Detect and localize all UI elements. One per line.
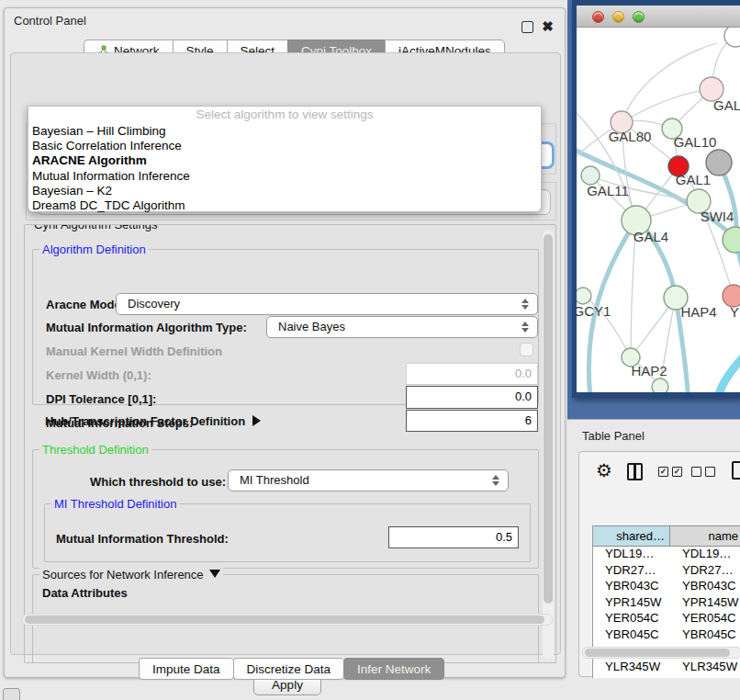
minimized-panel-button[interactable] [3, 688, 20, 700]
node-label: GAL1 [676, 172, 711, 187]
threshold-definition-group: Threshold Definition Which threshold to … [32, 449, 539, 569]
checked-box-icon: ✓ [672, 467, 682, 477]
sources-title-text: Sources for Network Inference [42, 568, 204, 581]
table-cell: YLR345W [605, 660, 677, 673]
table-cell: YBR043C [682, 579, 740, 593]
aracne-mode-combo[interactable]: Discovery [116, 293, 538, 315]
hub-definition-toggle[interactable]: Hub/Transcription Factor Definition [45, 414, 261, 428]
table-row[interactable]: YDR27…YDR27…12 [593, 563, 740, 580]
node-label: HAP4 [680, 304, 716, 320]
columns-icon[interactable] [627, 463, 643, 480]
aracne-mode-label: Aracne Mode: [46, 298, 125, 311]
table-cell: YER054C [605, 611, 677, 625]
table-row[interactable]: YIL052CYIL052C9 [593, 676, 740, 678]
select-all-checkboxes-icon[interactable]: ✓ ✓ [658, 467, 682, 477]
table-panel-body: ⚙ ✓ ✓ shared…nameYDL19…YDL19…13YDR27…YDR… [578, 451, 740, 677]
table-cell: YIL052C [682, 676, 740, 678]
kernel-width-label: Kernel Width (0,1): [46, 368, 151, 382]
which-threshold-label: Which threshold to use: [90, 475, 226, 489]
cyni-bottom-tabs: Impute DataDiscretize DataInfer Network [139, 658, 444, 680]
expanded-arrow-icon [209, 570, 220, 578]
combo-stepper-icon [521, 321, 530, 333]
cyni-toolbox-panel: galFiltered.sif default node Select algo… [10, 52, 561, 655]
algorithm-option[interactable]: Bayesian – Hill Climbing [28, 124, 541, 139]
table-panel-title: Table Panel [582, 429, 645, 443]
manual-kernel-checkbox[interactable] [520, 343, 533, 356]
minimize-traffic-light-icon[interactable] [612, 11, 624, 23]
table-cell: YBR045C [682, 627, 740, 641]
algorithm-option[interactable]: ARACNE Algorithm [28, 153, 541, 168]
table-row[interactable]: YDL19…YDL19…13 [593, 547, 740, 563]
bottom-tab-infer-network[interactable]: Infer Network [343, 658, 444, 680]
table-cell: YBR043C [605, 579, 677, 593]
network-node[interactable] [577, 288, 591, 304]
close-window-icon[interactable]: ✖ [542, 21, 554, 33]
settings-horizontal-scrollbar[interactable] [22, 614, 553, 626]
node-label: GAL11 [587, 183, 629, 198]
algorithm-definition-group: Algorithm Definition Aracne Mode: Discov… [32, 249, 539, 405]
table-row[interactable]: YBR043CYBR043C [593, 579, 740, 595]
node-label: HAP2 [631, 363, 667, 378]
mi-threshold-group-title: MI Threshold Definition [51, 497, 179, 511]
control-panel-titlebar[interactable]: Control Panel ✖ [5, 8, 565, 32]
settings-vertical-scrollbar[interactable] [543, 231, 554, 659]
control-panel-window: Control Panel ✖ NetworkStyleSelectCyni T… [4, 7, 566, 678]
algorithm-dropdown-items: Bayesian – Hill ClimbingBasic Correlatio… [28, 124, 541, 213]
table-row[interactable]: YER054CYER054C8. [593, 611, 740, 627]
scrollbar-thumb[interactable] [544, 234, 553, 604]
combo-stepper-icon [521, 298, 530, 310]
column-header-shared…[interactable]: shared… [593, 525, 670, 547]
zoom-traffic-light-icon[interactable] [633, 11, 645, 23]
sources-group-title[interactable]: Sources for Network Inference [39, 568, 223, 581]
algorithm-option[interactable]: Mutual Information Inference [28, 169, 541, 184]
algorithm-dropdown-placeholder: Select algorithm to view settings [28, 107, 541, 124]
network-canvas[interactable]: GALGAL80GAL10GAL11GAL1SWI4GAL4GCY1HAP4YH… [577, 28, 740, 392]
float-window-icon[interactable] [521, 21, 533, 33]
table-cell: YIL052C [605, 676, 677, 678]
algorithm-option[interactable]: Dream8 DC_TDC Algorithm [28, 198, 541, 213]
bottom-tab-impute-data[interactable]: Impute Data [139, 658, 233, 680]
table-horizontal-scrollbar[interactable] [582, 647, 740, 659]
unchecked-box-icon [705, 467, 715, 477]
mi-type-value: Naive Bayes [278, 320, 345, 333]
mi-threshold-input[interactable]: 0.5 [388, 526, 519, 548]
settings-group-title: Cyni Algorithm Settings [31, 224, 160, 231]
close-traffic-light-icon[interactable] [592, 11, 604, 23]
kernel-width-input[interactable]: 0.0 [406, 363, 538, 385]
mi-steps-input[interactable]: 6 [406, 410, 538, 432]
node-label: GAL4 [633, 229, 668, 244]
network-node[interactable] [652, 378, 668, 392]
algorithm-option[interactable]: Basic Correlation Inference [28, 139, 541, 153]
node-label: GAL10 [674, 134, 717, 150]
table-cell: YBR045C [605, 627, 677, 641]
which-threshold-combo[interactable]: MI Threshold [228, 469, 509, 491]
network-edge[interactable] [577, 89, 712, 161]
deselect-all-checkboxes-icon[interactable] [691, 467, 715, 477]
aracne-mode-value: Discovery [128, 297, 180, 310]
combo-stepper-icon [492, 474, 500, 487]
table-row[interactable]: YLR345WYLR345W9. [593, 660, 740, 676]
column-header-name[interactable]: name [670, 525, 740, 547]
which-threshold-value: MI Threshold [240, 473, 309, 487]
checked-box-icon: ✓ [658, 467, 668, 477]
bottom-tab-discretize-data[interactable]: Discretize Data [233, 658, 344, 680]
control-panel-title: Control Panel [14, 14, 86, 28]
network-node[interactable] [724, 28, 740, 47]
network-node[interactable] [581, 166, 600, 185]
mi-algorithm-type-combo[interactable]: Naive Bayes [266, 316, 538, 338]
algorithm-option[interactable]: Bayesian – K2 [28, 184, 541, 198]
table-row[interactable]: YBR045CYBR045C9. [593, 627, 740, 644]
table-row[interactable]: YPR145WYPR145W9. [593, 595, 740, 612]
scrollbar-thumb[interactable] [585, 649, 730, 657]
network-window-titlebar[interactable] [577, 6, 740, 28]
network-edge[interactable] [717, 350, 740, 392]
table-cell: YPR145W [682, 595, 740, 609]
cyni-algorithm-settings-group: Cyni Algorithm Settings Algorithm Defini… [24, 224, 556, 663]
node-label: Y [730, 304, 739, 320]
dpi-tolerance-input[interactable]: 0.0 [406, 386, 538, 409]
dpi-tolerance-label: DPI Tolerance [0,1]: [46, 392, 156, 406]
document-icon[interactable] [732, 461, 740, 480]
gear-icon[interactable]: ⚙ [596, 459, 612, 481]
scrollbar-thumb[interactable] [25, 615, 544, 624]
mi-type-label: Mutual Information Algorithm Type: [46, 321, 247, 334]
